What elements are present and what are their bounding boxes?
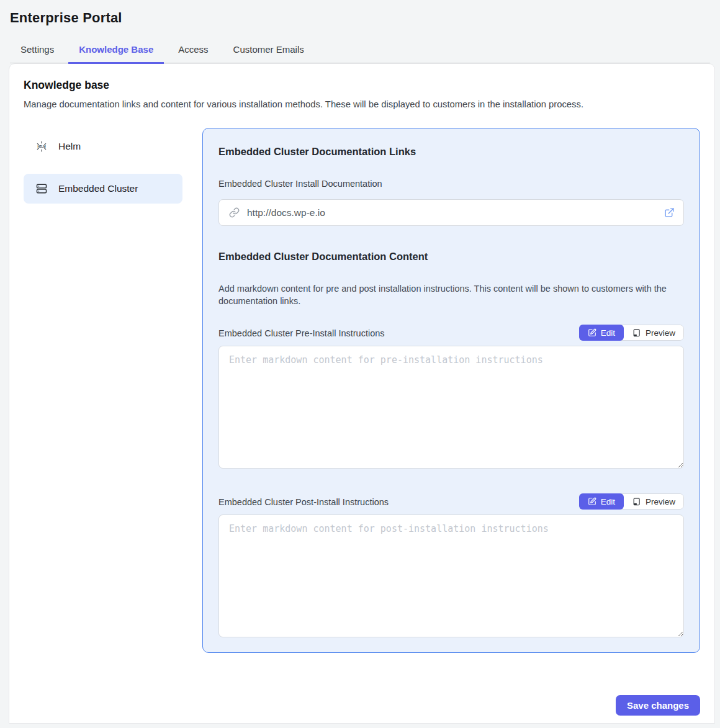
sidebar-item-label: Helm bbox=[58, 141, 81, 152]
helm-icon: HELM bbox=[36, 141, 47, 152]
tab-access[interactable]: Access bbox=[168, 38, 218, 64]
post-install-textarea[interactable] bbox=[218, 515, 684, 637]
pre-install-mode-toggle: Edit Preview bbox=[579, 325, 684, 341]
install-method-nav: HELM Helm Embedded Cluster bbox=[24, 128, 182, 216]
content-section-title: Embedded Cluster Documentation Content bbox=[218, 251, 684, 263]
external-link-icon bbox=[664, 207, 675, 218]
sidebar-item-embedded-cluster[interactable]: Embedded Cluster bbox=[24, 174, 182, 204]
page: Enterprise Portal Settings Knowledge Bas… bbox=[0, 0, 720, 724]
page-title: Enterprise Portal bbox=[10, 10, 710, 26]
open-link-button[interactable] bbox=[664, 207, 675, 218]
pre-install-label: Embedded Cluster Pre-Install Instruction… bbox=[218, 328, 385, 338]
pre-install-label-row: Embedded Cluster Pre-Install Instruction… bbox=[218, 325, 684, 341]
tab-customer-emails[interactable]: Customer Emails bbox=[223, 38, 315, 64]
post-install-mode-toggle: Edit Preview bbox=[579, 493, 684, 510]
preview-button-label: Preview bbox=[646, 497, 675, 506]
sidebar-item-helm[interactable]: HELM Helm bbox=[24, 132, 182, 161]
tab-knowledge-base[interactable]: Knowledge Base bbox=[68, 38, 164, 64]
app-header: Enterprise Portal Settings Knowledge Bas… bbox=[0, 0, 720, 63]
square-pen-icon bbox=[588, 328, 596, 337]
install-doc-url-input[interactable] bbox=[246, 207, 664, 219]
links-section-title: Embedded Cluster Documentation Links bbox=[218, 146, 684, 158]
edit-button-label: Edit bbox=[601, 328, 615, 338]
book-icon bbox=[632, 328, 641, 338]
tab-settings[interactable]: Settings bbox=[10, 38, 65, 64]
install-doc-input-wrap bbox=[218, 199, 684, 226]
edit-button[interactable]: Edit bbox=[579, 493, 624, 510]
save-changes-button[interactable]: Save changes bbox=[616, 695, 700, 716]
post-install-editor: Embedded Cluster Post-Install Instructio… bbox=[218, 493, 684, 637]
tab-bar: Settings Knowledge Base Access Customer … bbox=[10, 38, 710, 63]
book-icon bbox=[632, 497, 641, 506]
edit-button-label: Edit bbox=[601, 497, 615, 506]
knowledge-base-card: Knowledge base Manage documentation link… bbox=[9, 63, 715, 724]
pre-install-editor: Embedded Cluster Pre-Install Instruction… bbox=[218, 325, 684, 469]
edit-button[interactable]: Edit bbox=[579, 325, 624, 341]
svg-text:HELM: HELM bbox=[37, 145, 45, 148]
link-icon bbox=[229, 207, 240, 218]
embedded-cluster-panel: Embedded Cluster Documentation Links Emb… bbox=[202, 128, 700, 653]
content-row: HELM Helm Embedded Cluster bbox=[24, 128, 700, 653]
content-section-description: Add markdown content for pre and post in… bbox=[218, 282, 684, 307]
preview-button[interactable]: Preview bbox=[624, 325, 683, 340]
save-row: Save changes bbox=[24, 695, 700, 716]
preview-button-label: Preview bbox=[646, 328, 675, 338]
sidebar-item-label: Embedded Cluster bbox=[58, 183, 138, 194]
install-doc-label: Embedded Cluster Install Documentation bbox=[218, 179, 684, 189]
server-icon bbox=[36, 183, 47, 194]
post-install-label: Embedded Cluster Post-Install Instructio… bbox=[218, 497, 389, 507]
square-pen-icon bbox=[588, 497, 596, 506]
preview-button[interactable]: Preview bbox=[624, 494, 683, 509]
card-description: Manage documentation links and content f… bbox=[24, 99, 700, 109]
post-install-label-row: Embedded Cluster Post-Install Instructio… bbox=[218, 493, 684, 510]
pre-install-textarea[interactable] bbox=[218, 346, 684, 469]
card-title: Knowledge base bbox=[24, 79, 700, 92]
